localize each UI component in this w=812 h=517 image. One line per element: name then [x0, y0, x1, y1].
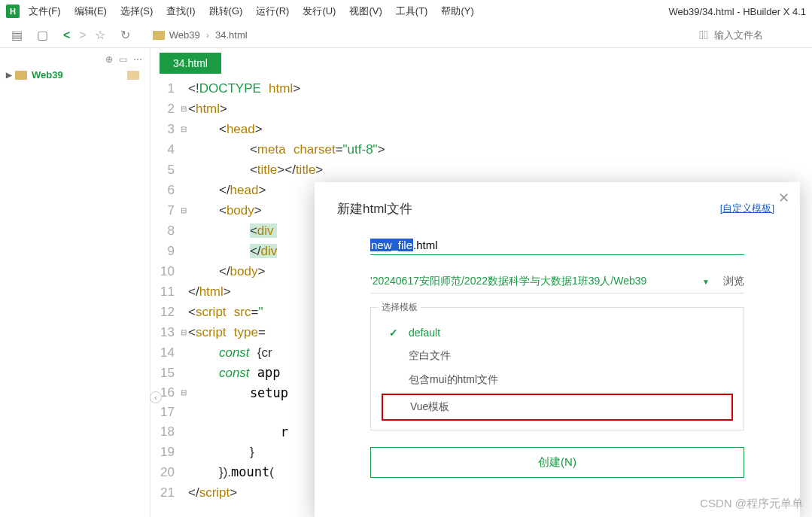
code-line[interactable]: 3⊟ <head> [151, 119, 812, 139]
menu-item[interactable]: 发行(U) [303, 5, 336, 18]
watermark: CSDN @程序元单单 [700, 497, 803, 511]
code-text: }).mount( [188, 462, 274, 482]
code-text: <script type= [188, 322, 266, 342]
template-option[interactable]: Vue模板 [382, 394, 733, 421]
window-title: Web39/34.html - HBuilder X 4.1 [668, 6, 806, 17]
line-number: 6 [151, 181, 179, 200]
template-selector: 选择模板 ✓default空白文件包含mui的html文件Vue模板 [370, 307, 744, 430]
fold-icon[interactable]: ⊟ [179, 120, 188, 139]
new-file-icon[interactable]: ▤ [8, 27, 26, 44]
sync-icon[interactable]: ▭ [119, 54, 127, 65]
breadcrumb-file[interactable]: 34.html [215, 29, 248, 41]
fold-icon[interactable]: ⊟ [179, 99, 188, 119]
close-icon[interactable]: ✕ [778, 190, 789, 206]
menu-item[interactable]: 查找(I) [166, 5, 195, 18]
folder-icon [127, 71, 139, 80]
collapse-icon[interactable]: ⊕ [105, 54, 113, 65]
breadcrumb-folder[interactable]: Web39 [169, 29, 200, 41]
search-icon[interactable]: �⃠ [699, 29, 708, 42]
line-number: 21 [151, 483, 179, 503]
line-number: 18 [151, 422, 179, 442]
template-option[interactable]: ✓default [382, 321, 733, 344]
code-line[interactable]: 2⊟<html> [151, 99, 812, 119]
code-text: const app [188, 363, 281, 383]
sidebar: ⊕ ▭ ⋯ ▶ Web39 [0, 48, 151, 517]
fold-icon[interactable]: ⊟ [179, 383, 188, 403]
template-label: 包含mui的html文件 [409, 373, 498, 387]
template-label: 空白文件 [409, 349, 451, 363]
tree-item-project[interactable]: ▶ Web39 [0, 66, 150, 84]
nav-back-icon[interactable]: < [63, 29, 70, 42]
line-number: 11 [151, 282, 179, 302]
line-number: 4 [151, 140, 179, 160]
line-number: 20 [151, 463, 179, 482]
code-line[interactable]: 5 <title></title> [151, 160, 812, 180]
line-number: 14 [151, 343, 179, 363]
more-icon[interactable]: ⋯ [133, 54, 142, 65]
folder-icon [15, 71, 27, 80]
browse-button[interactable]: 浏览 [723, 275, 744, 288]
line-number: 1 [151, 79, 179, 99]
path-value[interactable]: '20240617安阳师范/2022数据科学与大数据1班39人/Web39 [370, 275, 646, 288]
breadcrumb-separator: › [206, 29, 209, 41]
code-text: <div [188, 220, 277, 241]
code-text: setup [188, 383, 288, 403]
menu-item[interactable]: 视图(V) [349, 5, 382, 18]
menu-item[interactable]: 工具(T) [396, 5, 428, 18]
code-text: <html> [188, 99, 227, 119]
new-file-dialog: ✕ 新建html文件 [自定义模板] new_file.html '202406… [315, 182, 800, 517]
code-text: </div [188, 241, 277, 261]
fold-icon[interactable]: ⊟ [179, 323, 188, 342]
code-line[interactable]: 1<!DOCTYPE html> [151, 78, 812, 99]
menu-item[interactable]: 运行(R) [256, 5, 289, 18]
code-text: <head> [188, 119, 263, 139]
code-text: <meta charset="utf-8"> [188, 139, 385, 160]
code-line[interactable]: 4 <meta charset="utf-8"> [151, 139, 812, 160]
create-button[interactable]: 创建(N) [370, 447, 744, 478]
filename-ext: .html [413, 239, 438, 251]
code-text: r [188, 422, 288, 442]
template-label: default [409, 327, 440, 339]
line-number: 9 [151, 242, 179, 261]
menu-item[interactable]: 跳转(G) [209, 5, 243, 18]
line-number: 7 [151, 201, 179, 220]
filename-input[interactable]: new_file.html [370, 239, 744, 255]
menu-item[interactable]: 文件(F) [29, 5, 61, 18]
custom-template-link[interactable]: [自定义模板] [720, 202, 774, 215]
line-number: 19 [151, 442, 179, 462]
search-input[interactable] [714, 29, 804, 41]
line-number: 3 [151, 120, 179, 139]
fold-icon[interactable]: ⊟ [179, 201, 188, 220]
save-icon[interactable]: ▢ [33, 27, 51, 44]
gutter-collapse-icon[interactable]: ‹ [150, 391, 162, 403]
menu-item[interactable]: 编辑(E) [75, 5, 107, 18]
sidebar-tools: ⊕ ▭ ⋯ [0, 53, 150, 66]
caret-icon: ▶ [6, 71, 12, 79]
search-area: �⃠ [699, 29, 804, 42]
menu-item[interactable]: 帮助(Y) [441, 5, 473, 18]
nav-forward-icon[interactable]: > [79, 29, 86, 42]
app-logo: H [6, 5, 20, 18]
line-number: 8 [151, 221, 179, 241]
line-number: 17 [151, 403, 179, 422]
folder-icon [153, 31, 165, 40]
refresh-icon[interactable]: ↻ [117, 27, 135, 44]
template-option[interactable]: 空白文件 [382, 344, 733, 368]
breadcrumb[interactable]: Web39 › 34.html [153, 29, 248, 41]
menu-item[interactable]: 选择(S) [120, 5, 153, 18]
template-legend: 选择模板 [379, 301, 421, 314]
template-label: Vue模板 [410, 400, 449, 414]
caret-down-icon[interactable]: ▼ [702, 278, 710, 286]
code-text: <!DOCTYPE html> [188, 78, 300, 99]
code-text: </html> [188, 281, 231, 302]
code-text: <title></title> [188, 160, 323, 180]
line-number: 10 [151, 262, 179, 281]
template-option[interactable]: 包含mui的html文件 [382, 368, 733, 392]
dialog-title: 新建html文件 [337, 200, 777, 217]
line-number: 2 [151, 99, 179, 119]
tab-active[interactable]: 34.html [160, 53, 221, 74]
code-text: </body> [188, 261, 265, 281]
code-text: </script> [188, 482, 237, 503]
editor-tabs: 34.html [151, 48, 812, 74]
star-icon[interactable]: ☆ [91, 27, 109, 44]
